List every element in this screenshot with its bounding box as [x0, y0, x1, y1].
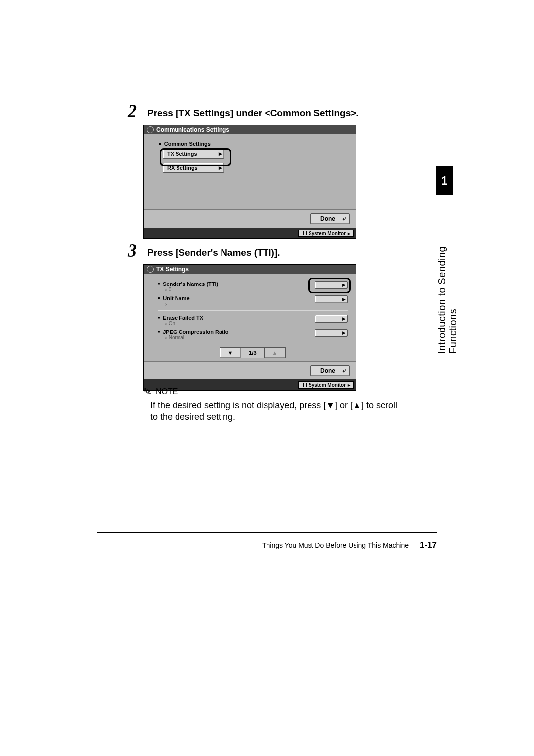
- step-2: 2 Press [TX Settings] under <Common Sett…: [147, 108, 359, 119]
- done-button[interactable]: Done ⤶: [310, 365, 350, 376]
- setting-value-prefix: ▹: [165, 335, 169, 340]
- button-label: System Monitor: [309, 231, 346, 236]
- erase-failed-button[interactable]: ▶: [315, 315, 348, 323]
- chevron-right-icon: ▶: [219, 165, 222, 170]
- down-triangle-icon: ▼: [326, 400, 335, 410]
- row-jpeg: JPEG Compression Ratio ▹ Normal ▶: [158, 329, 348, 340]
- setting-label: Sender's Names (TTI): [158, 281, 218, 287]
- note-text-part: ] or [: [335, 400, 353, 410]
- done-button[interactable]: Done ⤶: [310, 213, 350, 224]
- titlebar-icon: [147, 126, 154, 133]
- chevron-right-icon: ▶: [342, 316, 346, 321]
- setting-value: 0: [169, 287, 172, 292]
- done-bar: Done ⤶: [144, 209, 356, 228]
- row-senders-names: Sender's Names (TTI) ▹ 0 ▶: [158, 281, 348, 292]
- screenshot-tx-settings: TX Settings Sender's Names (TTI) ▹ 0 ▶ U…: [143, 264, 356, 391]
- screenshot-communications-settings: Communications Settings Common Settings …: [143, 125, 356, 239]
- note-heading: ✎ NOTE: [143, 386, 405, 398]
- enter-icon: ⤶: [342, 216, 346, 222]
- system-monitor-button[interactable]: System Monitor ▸: [298, 230, 354, 237]
- chevron-right-icon: ▶: [219, 151, 222, 156]
- done-bar: Done ⤶: [144, 361, 356, 379]
- setting-label: JPEG Compression Ratio: [158, 329, 229, 335]
- step-text: Press [TX Settings] under <Common Settin…: [147, 108, 359, 119]
- step-text: Press [Sender's Names (TTI)].: [147, 247, 280, 258]
- note-text: If the desired setting is not displayed,…: [143, 400, 405, 423]
- unit-name-button[interactable]: ▶: [315, 295, 348, 303]
- pager: ▼ 1/3 ▲: [158, 347, 348, 358]
- chevron-right-icon: ▶: [342, 283, 346, 287]
- note-label: NOTE: [156, 387, 178, 396]
- senders-names-button[interactable]: ▶: [315, 281, 348, 289]
- divider: [158, 310, 348, 311]
- button-label: Done: [320, 367, 335, 374]
- setting-label: Erase Failed TX: [158, 315, 203, 321]
- bars-icon: [302, 231, 307, 235]
- enter-icon: ⤶: [342, 368, 346, 374]
- step-number: 2: [128, 100, 137, 122]
- page-up-button[interactable]: ▲: [264, 347, 286, 358]
- chapter-title: Introduction to Sending Functions: [436, 200, 459, 354]
- setting-value-prefix: ▹: [165, 321, 169, 326]
- status-bar: System Monitor ▸: [144, 228, 356, 238]
- row-erase-failed: Erase Failed TX ▹ On ▶: [158, 315, 348, 326]
- window-title: TX Settings: [156, 266, 189, 273]
- chapter-tab: 1 Introduction to Sending Functions: [436, 166, 451, 354]
- footer-section: Things You Must Do Before Using This Mac…: [262, 541, 409, 549]
- pencil-icon: ✎: [142, 385, 153, 399]
- titlebar-icon: [147, 266, 154, 273]
- footer-rule: [97, 532, 437, 533]
- up-triangle-icon: ▲: [353, 400, 361, 410]
- setting-value-prefix: ▹: [165, 287, 169, 292]
- rx-settings-button[interactable]: RX Settings ▶: [163, 163, 224, 173]
- footer-page-number: 1-17: [420, 540, 437, 550]
- page-down-button[interactable]: ▼: [220, 347, 241, 358]
- row-unit-name: Unit Name ▹ ▶: [158, 295, 348, 307]
- button-label: TX Settings: [167, 151, 197, 157]
- tx-settings-button[interactable]: TX Settings ▶: [163, 149, 224, 159]
- jpeg-button[interactable]: ▶: [315, 329, 348, 337]
- group-label-common-settings: Common Settings: [159, 141, 348, 147]
- chevron-right-icon: ▸: [348, 231, 350, 236]
- step-3: 3 Press [Sender's Names (TTI)].: [147, 247, 280, 258]
- chevron-right-icon: ▶: [342, 331, 346, 335]
- setting-label: Unit Name: [158, 295, 190, 301]
- page-footer: Things You Must Do Before Using This Mac…: [97, 540, 437, 550]
- page-indicator: 1/3: [241, 347, 264, 358]
- note-block: ✎ NOTE If the desired setting is not dis…: [143, 386, 405, 423]
- note-text-part: If the desired setting is not displayed,…: [150, 400, 326, 410]
- setting-value: On: [169, 321, 175, 326]
- button-label: Done: [320, 215, 335, 222]
- chevron-right-icon: ▶: [342, 297, 346, 302]
- button-label: RX Settings: [167, 165, 198, 171]
- chapter-number-box: 1: [436, 166, 453, 195]
- setting-value: Normal: [169, 335, 184, 340]
- step-number: 3: [128, 239, 137, 261]
- window-title: Communications Settings: [156, 126, 229, 133]
- window-titlebar: TX Settings: [144, 265, 356, 274]
- setting-value-prefix: ▹: [165, 301, 167, 307]
- window-titlebar: Communications Settings: [144, 125, 356, 134]
